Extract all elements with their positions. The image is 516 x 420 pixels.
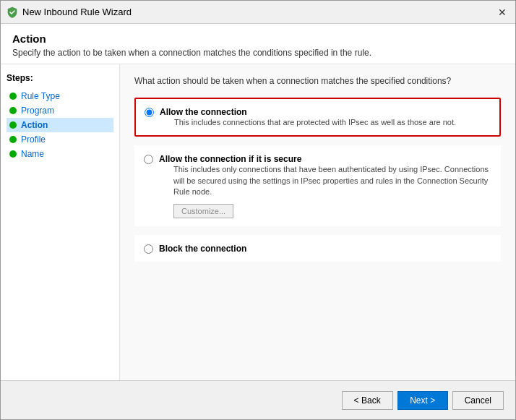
step-dot-profile — [9, 136, 17, 143]
option-block-label[interactable]: Block the connection — [159, 244, 246, 254]
sidebar-item-rule-type[interactable]: Rule Type — [7, 89, 113, 103]
option-allow-label[interactable]: Allow the connection — [160, 107, 247, 117]
wizard-window: New Inbound Rule Wizard ✕ Action Specify… — [0, 0, 516, 420]
title-bar-left: New Inbound Rule Wizard — [7, 7, 132, 18]
title-bar: New Inbound Rule Wizard ✕ — [1, 1, 515, 24]
header-section: Action Specify the action to be taken wh… — [1, 24, 515, 64]
step-dot-program — [9, 107, 17, 114]
sidebar-label-program: Program — [21, 106, 54, 116]
option-allow-desc: This includes connections that are prote… — [174, 117, 491, 128]
sidebar-item-action[interactable]: Action — [7, 118, 113, 132]
footer: < Back Next > Cancel — [1, 380, 515, 419]
option-allow-secure-box: Allow the connection if it is secure Thi… — [134, 145, 501, 226]
sidebar: Steps: Rule Type Program Action Profile … — [1, 64, 120, 380]
option-allow-secure-desc: This includes only connections that have… — [173, 164, 491, 197]
option-allow-secure-label[interactable]: Allow the connection if it is secure — [159, 154, 301, 164]
step-dot-action — [9, 121, 17, 129]
shield-icon — [7, 7, 18, 18]
page-description: Specify the action to be taken when a co… — [12, 48, 504, 58]
sidebar-item-program[interactable]: Program — [7, 103, 113, 118]
radio-block[interactable] — [144, 244, 153, 254]
sidebar-label-name: Name — [21, 149, 44, 159]
back-button[interactable]: < Back — [342, 391, 393, 410]
sidebar-label-rule-type: Rule Type — [21, 91, 60, 101]
main-panel: What action should be taken when a conne… — [120, 64, 515, 380]
option-allow-content: Allow the connection This includes conne… — [160, 106, 491, 128]
question-text: What action should be taken when a conne… — [134, 76, 501, 86]
option-block-row: Block the connection — [144, 243, 491, 254]
radio-allow[interactable] — [145, 108, 154, 117]
sidebar-item-name[interactable]: Name — [7, 147, 113, 161]
radio-allow-secure[interactable] — [144, 155, 153, 164]
option-allow-secure-row: Allow the connection if it is secure Thi… — [144, 153, 491, 218]
next-button[interactable]: Next > — [397, 391, 448, 410]
window-title: New Inbound Rule Wizard — [22, 7, 132, 17]
step-dot-rule-type — [9, 93, 17, 100]
customize-button[interactable]: Customize... — [173, 204, 233, 218]
sidebar-label-profile: Profile — [21, 134, 46, 145]
content-area: Steps: Rule Type Program Action Profile … — [1, 64, 515, 380]
step-dot-name — [9, 150, 17, 158]
option-block-box: Block the connection — [134, 235, 501, 262]
close-button[interactable]: ✕ — [495, 5, 509, 20]
sidebar-label-action: Action — [21, 120, 48, 130]
option-group: Allow the connection This includes conne… — [134, 98, 501, 262]
option-allow-secure-content: Allow the connection if it is secure Thi… — [159, 153, 491, 218]
sidebar-title: Steps: — [7, 73, 113, 83]
option-allow-row: Allow the connection This includes conne… — [145, 106, 491, 128]
page-title: Action — [12, 33, 504, 45]
cancel-button[interactable]: Cancel — [452, 391, 504, 410]
sidebar-item-profile[interactable]: Profile — [7, 132, 113, 147]
option-block-content: Block the connection — [159, 243, 491, 254]
option-allow-box: Allow the connection This includes conne… — [134, 98, 501, 137]
